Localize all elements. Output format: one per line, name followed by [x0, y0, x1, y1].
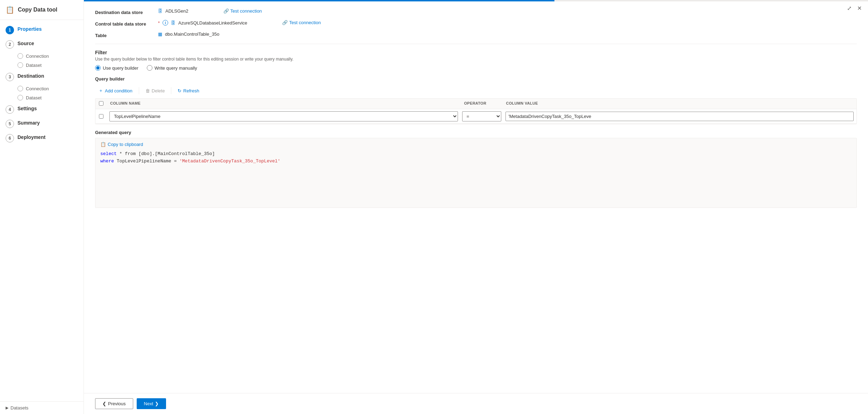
- row-checkbox-cell: [95, 114, 107, 119]
- info-icon[interactable]: i: [163, 20, 168, 26]
- radio-query-builder[interactable]: Use query builder: [95, 65, 138, 71]
- header-operator: OPERATOR: [461, 99, 503, 109]
- divider-1: [95, 44, 857, 44]
- operator-select[interactable]: = != > <: [462, 111, 501, 121]
- radio-query-builder-input[interactable]: [95, 65, 101, 71]
- filter-description: Use the query builder below to filter co…: [95, 57, 857, 62]
- destination-data-store-label: Destination data store: [95, 8, 151, 15]
- test-connection-icon: 🔗: [223, 8, 229, 14]
- query-table-header: COLUMN NAME OPERATOR COLUMN VALUE: [95, 99, 856, 109]
- sidebar-footer-chevron-icon: ▶: [6, 406, 8, 410]
- nav-label-source: Source: [17, 40, 34, 46]
- destination-data-store-row: Destination data store 🗄 ADLSGen2 🔗 Test…: [95, 8, 857, 15]
- test-connection-control-link[interactable]: 🔗 Test connection: [282, 20, 321, 25]
- table-row-form: Table ▦ dbo.MainControlTable_35o: [95, 31, 857, 38]
- control-table-label: Control table data store: [95, 20, 151, 27]
- radio-group: Use query builder Write query manually: [95, 65, 857, 71]
- nav-sub-dataset-dest[interactable]: Dataset: [0, 93, 84, 102]
- test-connection-icon-2: 🔗: [282, 20, 288, 25]
- nav-sub-connection-source[interactable]: Connection: [0, 51, 84, 61]
- nav-sub-label-connection: Connection: [26, 54, 49, 59]
- column-name-select[interactable]: TopLevelPipelineName: [109, 111, 458, 121]
- radio-write-manually[interactable]: Write query manually: [147, 65, 197, 71]
- query-line-2: where TopLevelPipelineName = 'MetadataDr…: [100, 158, 852, 165]
- nav-label-destination: Destination: [17, 72, 44, 79]
- nav-label-properties: Properties: [17, 26, 42, 32]
- plus-icon: ＋: [99, 87, 103, 94]
- nav-item-properties[interactable]: 1 Properties: [0, 23, 84, 37]
- nav-sub-label-dataset: Dataset: [26, 63, 42, 68]
- copy-icon: 📋: [100, 142, 106, 147]
- row-checkbox-input[interactable]: [99, 114, 103, 119]
- query-table: COLUMN NAME OPERATOR COLUMN VALUE TopLev…: [95, 98, 857, 124]
- copy-clipboard-label: Copy to clipboard: [108, 142, 143, 147]
- test-connection-dest-link[interactable]: 🔗 Test connection: [223, 8, 262, 14]
- nav-label-settings: Settings: [17, 105, 37, 111]
- filter-section: Filter Use the query builder below to fi…: [95, 50, 857, 71]
- sql-line2-string: 'MetadataDrivenCopyTask_35o_TopLevel': [179, 159, 280, 164]
- nav-item-source[interactable]: 2 Source: [0, 37, 84, 51]
- table-value-text: dbo.MainControlTable_35o: [165, 31, 219, 37]
- main-content: ⤢ ✕ Destination data store 🗄 ADLSGen2 🔗 …: [84, 0, 868, 414]
- control-table-row: Control table data store * i 🗄 AzureSQLD…: [95, 20, 857, 27]
- query-box: 📋 Copy to clipboard select * from [dbo].…: [95, 138, 857, 208]
- query-line-1: select * from [dbo].[MainControlTable_35…: [100, 150, 852, 158]
- required-star: *: [158, 20, 160, 26]
- nav-number-4: 4: [6, 105, 14, 114]
- delete-label: Delete: [152, 88, 165, 93]
- nav-number-5: 5: [6, 120, 14, 128]
- header-checkbox-cell: [95, 99, 107, 109]
- sql-line2-middle: TopLevelPipelineName =: [114, 159, 179, 164]
- control-table-value-group: * i 🗄 AzureSQLDatabaseLinkedService: [158, 20, 247, 26]
- test-connection-control-label: Test connection: [289, 20, 321, 25]
- nav-sub-label-conn-dest: Connection: [26, 86, 49, 91]
- nav-item-summary[interactable]: 5 Summary: [0, 117, 84, 131]
- nav-number-3: 3: [6, 73, 14, 81]
- nav-label-deployment: Deployment: [17, 134, 45, 140]
- nav-sub-circle-2: [17, 62, 23, 68]
- nav-sub-dataset-source[interactable]: Dataset: [0, 61, 84, 70]
- nav-number-6: 6: [6, 134, 14, 142]
- sidebar-footer-datasets[interactable]: ▶ Datasets: [0, 401, 84, 414]
- table-row: TopLevelPipelineName = != > <: [95, 109, 856, 124]
- refresh-button[interactable]: ↻ Refresh: [174, 86, 203, 95]
- operator-cell: = != > <: [461, 111, 503, 121]
- select-all-checkbox[interactable]: [99, 101, 103, 106]
- toolbar-separator-2: [171, 87, 171, 94]
- add-condition-label: Add condition: [105, 88, 132, 93]
- copy-clipboard-button[interactable]: 📋 Copy to clipboard: [100, 142, 143, 147]
- nav-number-2: 2: [6, 40, 14, 49]
- nav-sub-connection-dest[interactable]: Connection: [0, 84, 84, 93]
- chevron-left-icon: ❮: [102, 401, 106, 406]
- add-condition-button[interactable]: ＋ Add condition: [95, 86, 136, 96]
- destination-data-store-value: 🗄 ADLSGen2: [158, 8, 188, 14]
- expand-button[interactable]: ⤢: [846, 4, 852, 12]
- nav-sub-circle: [17, 53, 23, 59]
- close-button[interactable]: ✕: [856, 4, 862, 12]
- nav-item-destination[interactable]: 3 Destination: [0, 70, 84, 84]
- table-icon: ▦: [158, 31, 162, 37]
- app-title: Copy Data tool: [18, 7, 57, 13]
- chevron-right-icon: ❯: [155, 401, 159, 406]
- refresh-icon: ↻: [178, 88, 181, 93]
- adls-icon: 🗄: [158, 8, 163, 14]
- generated-query-title: Generated query: [95, 130, 857, 135]
- destination-data-store-text: ADLSGen2: [165, 8, 188, 14]
- filter-title: Filter: [95, 50, 857, 55]
- toolbar-separator-1: [139, 87, 139, 94]
- column-value-input[interactable]: [505, 112, 854, 121]
- header-column-value: COLUMN VALUE: [503, 99, 857, 109]
- nav-item-deployment[interactable]: 6 Deployment: [0, 131, 84, 145]
- nav-label-summary: Summary: [17, 119, 40, 126]
- next-button[interactable]: Next ❯: [137, 398, 166, 409]
- sql-keyword-select: select: [100, 151, 117, 156]
- previous-button[interactable]: ❮ Previous: [95, 398, 133, 409]
- control-table-value-text: AzureSQLDatabaseLinkedService: [178, 20, 247, 26]
- nav-sub-circle-3: [17, 86, 23, 91]
- content-area: Destination data store 🗄 ADLSGen2 🔗 Test…: [84, 1, 868, 393]
- radio-write-manually-input[interactable]: [147, 65, 152, 71]
- query-builder-section: Query builder ＋ Add condition 🗑 Delete ↻…: [95, 76, 857, 208]
- delete-button[interactable]: 🗑 Delete: [142, 86, 168, 95]
- nav-item-settings[interactable]: 4 Settings: [0, 102, 84, 117]
- radio-write-manually-label: Write query manually: [155, 65, 197, 71]
